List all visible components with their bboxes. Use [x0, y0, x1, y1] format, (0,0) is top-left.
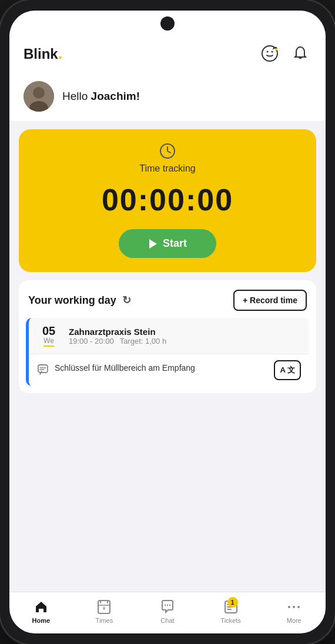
chat-icon: [160, 599, 175, 615]
start-button[interactable]: Start: [119, 229, 216, 258]
svg-point-12: [167, 605, 168, 606]
nav-item-chat[interactable]: Chat: [136, 596, 199, 628]
shift-card: 05 We Zahnarztpraxis Stein 19:00 - 20:00…: [26, 318, 309, 386]
refresh-icon[interactable]: ↻: [122, 294, 131, 307]
svg-point-2: [272, 51, 273, 53]
status-bar: [9, 11, 326, 36]
phone-frame: Blink.: [0, 0, 335, 644]
nav-label-times: Times: [96, 617, 113, 624]
shift-name: Zahnarztpraxis Stein: [69, 327, 301, 337]
svg-point-13: [169, 605, 170, 606]
nav-label-tickets: Tickets: [220, 617, 240, 624]
svg-point-15: [288, 606, 290, 608]
svg-point-0: [262, 46, 277, 61]
time-tracking-card: Time tracking 00:00:00 Start: [19, 129, 316, 272]
phone-screen: Blink.: [9, 11, 326, 633]
tickets-badge: 1: [227, 597, 238, 608]
nav-item-tickets[interactable]: 1 Tickets: [199, 596, 263, 628]
play-icon: [149, 239, 157, 249]
nav-label-chat: Chat: [160, 617, 174, 624]
timer-display: 00:00:00: [102, 182, 233, 217]
emoji-icon[interactable]: [259, 42, 281, 65]
avatar: [24, 81, 54, 112]
nav-label-more: More: [287, 617, 302, 624]
record-time-button[interactable]: + Record time: [233, 290, 307, 311]
times-icon: [96, 599, 112, 615]
svg-point-17: [297, 606, 300, 608]
shift-time: 19:00 - 20:00 Target: 1,00 h: [69, 337, 301, 346]
notch: [160, 16, 175, 31]
message-text: Schlüssel für Müllbereich am Empfang: [55, 363, 195, 374]
translate-button[interactable]: A 文: [274, 360, 301, 380]
date-weekday: We: [43, 337, 54, 347]
time-tracking-label: Time tracking: [139, 142, 195, 174]
header-icons: [259, 42, 311, 65]
nav-item-times[interactable]: Times: [73, 596, 136, 628]
time-tracking-text: Time tracking: [139, 163, 195, 174]
nav-item-home[interactable]: Home: [9, 596, 73, 628]
date-day: 05: [42, 325, 55, 337]
greeting-text: Hello Joachim!: [62, 90, 140, 103]
working-day-header: Your working day ↻ + Record time: [19, 280, 316, 318]
svg-point-16: [293, 606, 295, 608]
svg-point-1: [267, 51, 269, 53]
working-day-section: Your working day ↻ + Record time 05 We Z…: [19, 280, 316, 393]
bottom-nav: Home Times: [9, 592, 326, 633]
scroll-area[interactable]: Hello Joachim! Time tracking 00:00:00 St…: [9, 73, 326, 592]
working-day-title: Your working day ↻: [28, 294, 131, 307]
message-row: Schlüssel für Müllbereich am Empfang A 文: [29, 354, 309, 386]
svg-point-5: [33, 87, 45, 99]
home-icon: [34, 599, 49, 615]
nav-label-home: Home: [32, 617, 51, 624]
nav-item-more[interactable]: More: [262, 596, 326, 628]
date-badge: 05 We: [37, 325, 61, 347]
svg-point-11: [165, 605, 166, 606]
shift-header: 05 We Zahnarztpraxis Stein 19:00 - 20:00…: [29, 318, 309, 354]
header: Blink.: [9, 36, 326, 73]
notification-bell-icon[interactable]: [289, 42, 311, 65]
more-icon: [286, 599, 302, 615]
greeting-section: Hello Joachim!: [9, 73, 326, 121]
message-icon: [37, 364, 49, 378]
app-logo: Blink.: [24, 44, 62, 63]
svg-rect-8: [38, 365, 48, 373]
shift-info: Zahnarztpraxis Stein 19:00 - 20:00 Targe…: [69, 327, 301, 346]
svg-point-3: [275, 48, 277, 51]
message-content: Schlüssel für Müllbereich am Empfang: [37, 363, 274, 378]
